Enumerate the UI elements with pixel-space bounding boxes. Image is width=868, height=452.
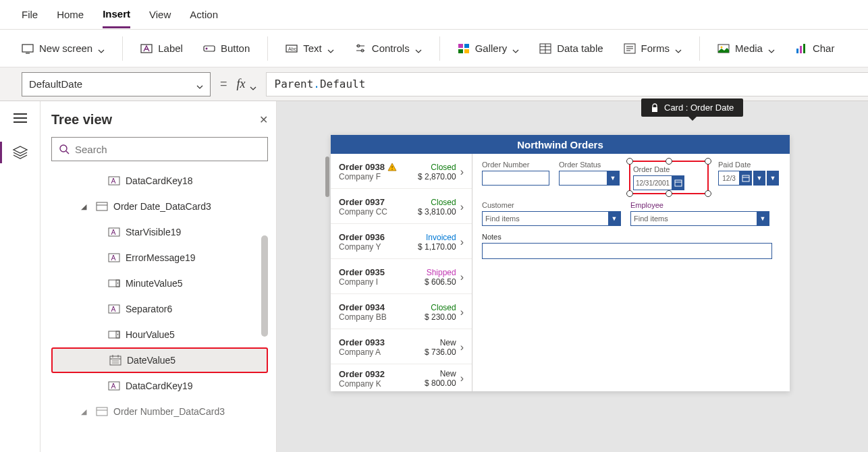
controls-button[interactable]: Controls <box>352 38 425 59</box>
svg-rect-13 <box>458 49 463 53</box>
tree-item-label: HourValue5 <box>126 329 175 340</box>
order-amount: $ 800.00 <box>425 378 456 388</box>
card-icon <box>96 406 108 417</box>
main-area: Tree view ✕ DataCardKey18 ◢ Order Date_D… <box>0 101 868 452</box>
order-date-value[interactable]: 12/31/2001 <box>633 175 672 190</box>
list-item[interactable]: Order 0938 Company F Closed$ 2,870.00 › <box>331 154 472 189</box>
orders-gallery[interactable]: Order 0938 Company F Closed$ 2,870.00 › … <box>331 154 472 391</box>
calendar-icon[interactable] <box>672 175 684 190</box>
order-date-card[interactable]: Order Date 12/31/2001 <box>629 161 709 194</box>
order-number-input[interactable] <box>482 171 549 186</box>
svg-line-29 <box>66 151 69 154</box>
collapse-icon[interactable]: ◢ <box>81 202 90 211</box>
property-value: DefaultDate <box>29 78 82 90</box>
close-icon[interactable]: ✕ <box>259 113 268 126</box>
data-table-button[interactable]: Data table <box>537 38 605 59</box>
chart-icon <box>795 43 807 55</box>
paid-date-picker[interactable]: 12/3 ▼ ▼ <box>718 171 779 186</box>
customer-dropdown[interactable]: Find items▼ <box>482 211 621 226</box>
tree-item-order-date-datacard[interactable]: ◢ Order Date_DataCard3 <box>51 194 268 219</box>
app-preview[interactable]: Northwind Orders Order 0938 Company F <box>331 135 790 391</box>
tree-search-box[interactable] <box>51 137 268 161</box>
list-item[interactable]: Order 0933Company A New$ 736.00› <box>331 329 472 364</box>
forms-icon <box>624 43 636 55</box>
notes-label: Notes <box>482 233 780 241</box>
order-amount: $ 1,170.00 <box>418 242 456 252</box>
chevron-down-icon <box>512 45 519 52</box>
list-item[interactable]: Order 0936Company Y Invoiced$ 1,170.00› <box>331 224 472 259</box>
list-item[interactable]: Order 0937Company CC Closed$ 3,810.00› <box>331 189 472 224</box>
fx-label: fx <box>237 77 246 91</box>
card-icon <box>96 201 108 212</box>
chevron-right-icon[interactable]: › <box>460 271 464 283</box>
property-dropdown[interactable]: DefaultDate <box>22 72 211 96</box>
tree-item-minutevalue5[interactable]: MinuteValue5 <box>51 271 268 296</box>
tree-item-datacardkey18[interactable]: DataCardKey18 <box>51 168 268 194</box>
chevron-right-icon[interactable]: › <box>460 306 464 318</box>
formula-bar: DefaultDate = fx Parent.Default <box>0 67 868 101</box>
list-item[interactable]: Order 0934Company BB Closed$ 230.00› <box>331 294 472 329</box>
minute-dropdown[interactable]: ▼ <box>767 171 779 186</box>
order-date-picker[interactable]: 12/31/2001 <box>633 175 705 190</box>
chevron-right-icon[interactable]: › <box>460 166 464 178</box>
chevron-down-icon <box>675 45 682 52</box>
calendar-icon[interactable] <box>740 171 752 186</box>
company-name: Company F <box>339 172 397 181</box>
formula-input[interactable]: Parent.Default <box>266 72 868 96</box>
collapse-icon[interactable]: ◢ <box>81 407 90 416</box>
list-item[interactable]: Order 0932Company K New$ 800.00› <box>331 364 472 391</box>
tree-item-datevalue5[interactable]: DateValue5 <box>51 347 268 373</box>
chevron-right-icon[interactable]: › <box>460 201 464 213</box>
order-number: Order 0937 <box>339 197 387 207</box>
tree-view-title: Tree view <box>51 112 112 128</box>
chart-button[interactable]: Char <box>792 38 838 59</box>
chevron-down-icon <box>415 45 422 52</box>
tree-item-hourvalue5[interactable]: HourValue5 <box>51 322 268 347</box>
menu-insert[interactable]: Insert <box>103 1 130 28</box>
tree-view-tab-icon[interactable] <box>12 144 28 161</box>
tree-item-separator6[interactable]: Separator6 <box>51 296 268 322</box>
forms-button[interactable]: Forms <box>621 38 685 59</box>
order-status-dropdown[interactable]: ▼ <box>559 171 620 186</box>
notes-input[interactable] <box>482 243 772 259</box>
menu-home[interactable]: Home <box>57 2 84 27</box>
tree-item-errormessage19[interactable]: ErrorMessage19 <box>51 245 268 271</box>
separator <box>122 36 123 61</box>
chevron-right-icon[interactable]: › <box>460 341 464 354</box>
canvas[interactable]: Card : Order Date Northwind Orders Order… <box>277 101 868 452</box>
controls-label: Controls <box>372 43 410 54</box>
label-button[interactable]: Label <box>138 38 186 59</box>
scrollbar[interactable] <box>261 235 268 337</box>
employee-placeholder: Find items <box>631 212 757 225</box>
tree-item-order-number-datacard[interactable]: ◢ Order Number_DataCard3 <box>51 399 268 424</box>
chevron-down-icon <box>250 81 256 88</box>
text-button[interactable]: Abc Text <box>283 38 337 59</box>
tree-item-datacardkey19[interactable]: DataCardKey19 <box>51 373 268 399</box>
svg-rect-49 <box>652 107 657 112</box>
menu-view[interactable]: View <box>149 2 171 27</box>
tree-item-starvisible19[interactable]: StarVisible19 <box>51 219 268 245</box>
employee-dropdown[interactable]: Find items▼ <box>630 211 769 226</box>
company-name: Company BB <box>339 312 387 322</box>
scrollbar[interactable] <box>325 157 329 197</box>
svg-rect-54 <box>742 175 749 181</box>
paid-date-value[interactable]: 12/3 <box>718 171 740 186</box>
tree-item-label: Order Date_DataCard3 <box>113 201 211 212</box>
button-button[interactable]: Button <box>200 38 252 59</box>
chevron-right-icon[interactable]: › <box>460 372 464 385</box>
gallery-button[interactable]: Gallery <box>455 38 522 59</box>
chevron-right-icon[interactable]: › <box>460 236 464 248</box>
order-status: Closed <box>431 303 456 312</box>
hamburger-icon[interactable] <box>13 113 27 123</box>
menu-action[interactable]: Action <box>190 2 218 27</box>
tree-list: DataCardKey18 ◢ Order Date_DataCard3 Sta… <box>51 168 268 452</box>
menu-file[interactable]: File <box>22 2 38 27</box>
edit-form[interactable]: Order Number Order Status ▼ <box>472 154 790 391</box>
media-button[interactable]: Media <box>715 38 778 59</box>
new-screen-button[interactable]: New screen <box>19 38 107 59</box>
button-label: Button <box>221 43 250 54</box>
hour-dropdown[interactable]: ▼ <box>753 171 765 186</box>
tree-search-input[interactable] <box>75 144 261 155</box>
list-item[interactable]: Order 0935Company I Shipped$ 606.50› <box>331 259 472 294</box>
fx-button[interactable]: fx <box>237 77 256 91</box>
